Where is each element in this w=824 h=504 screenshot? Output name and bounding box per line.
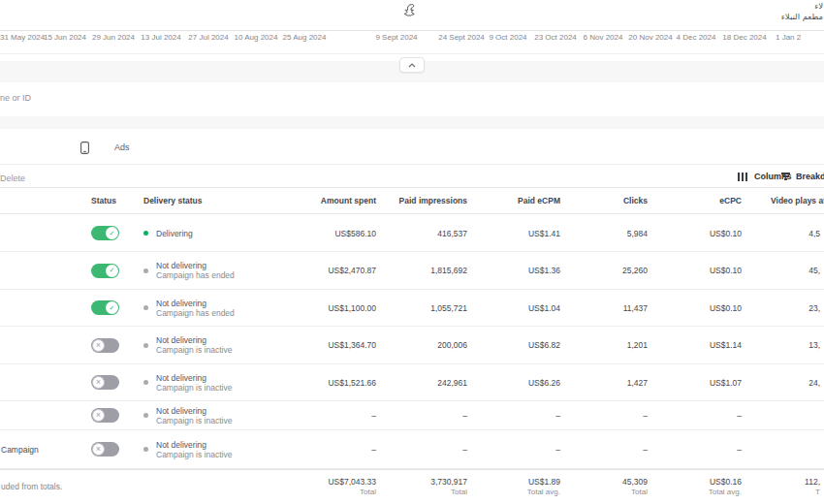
ecpc-value: US$0.10: [667, 290, 742, 326]
total-label: Total: [360, 488, 376, 496]
delivery-status-text: Not delivering: [156, 440, 206, 450]
axis-date: 15 Jun 2024: [44, 33, 86, 42]
campaign-status-toggle[interactable]: [91, 442, 119, 457]
column-header-video-plays[interactable]: Video plays at 5: [771, 188, 824, 213]
axis-date: 25 Aug 2024: [283, 33, 327, 42]
delivery-status-subtext: Campaign has ended: [156, 270, 235, 280]
total-label: Total: [631, 488, 648, 496]
clicks-value: 11,437: [570, 290, 648, 326]
axis-date: 23 Oct 2024: [534, 33, 577, 42]
toggle-knob-check-icon: [106, 301, 118, 314]
paid-ecpm-value: –: [481, 401, 560, 429]
clicks-value: 5,984: [570, 215, 648, 251]
totals-footnote: uded from totals.: [1, 482, 62, 491]
table-row: Not deliveringCampaign is inactive US$1,…: [0, 364, 824, 401]
column-header-ecpc[interactable]: eCPC: [667, 188, 742, 213]
delivery-status-dot: [143, 447, 148, 452]
paid-impressions-value: 200,006: [386, 327, 467, 363]
ecpc-value: US$1.14: [667, 327, 742, 363]
search-input[interactable]: ne or ID: [0, 93, 31, 103]
ecpc-value: –: [667, 401, 742, 429]
collapse-chart-button[interactable]: [399, 57, 425, 73]
amount-spent-value: US$1,364.70: [291, 327, 376, 363]
total-video-plays: 112,: [805, 478, 820, 487]
column-header-amount[interactable]: Amount spent: [291, 188, 376, 213]
paid-ecpm-value: US$1.36: [481, 252, 560, 289]
axis-date: 9 Sept 2024: [375, 33, 417, 42]
delivery-status-dot: [143, 413, 148, 418]
paid-impressions-value: 416,537: [386, 215, 467, 251]
campaign-status-toggle[interactable]: [91, 300, 119, 315]
delivery-status-subtext: Campaign is inactive: [156, 383, 232, 393]
campaign-status-toggle[interactable]: [91, 264, 119, 278]
chart-axis-line: [0, 30, 824, 31]
table-row: Campaign Not deliveringCampaign is inact…: [0, 430, 824, 469]
column-header-clicks[interactable]: Clicks: [570, 188, 648, 213]
paid-ecpm-value: –: [481, 430, 560, 468]
table-row: Delivering US$586.10 416,537 US$1.41 5,9…: [0, 215, 824, 252]
axis-date: 27 Jul 2024: [188, 33, 228, 42]
column-header-delivery[interactable]: Delivery status: [143, 188, 289, 213]
total-label: Total avg.: [709, 488, 742, 496]
total-label: Total avg.: [527, 488, 560, 496]
ecpc-value: US$1.07: [667, 364, 742, 400]
video-plays-value: 24,: [766, 364, 820, 400]
amount-spent-value: –: [291, 401, 376, 429]
breakdown-button[interactable]: Breakdown: [781, 172, 824, 181]
filter-band: [0, 116, 824, 129]
campaign-status-toggle[interactable]: [91, 408, 119, 423]
toggle-knob-cross-icon: [92, 376, 105, 389]
toggle-knob-cross-icon: [92, 443, 105, 456]
paid-impressions-value: 1,815,692: [386, 252, 467, 289]
toggle-knob-check-icon: [106, 265, 118, 277]
paid-ecpm-value: US$6.82: [481, 327, 560, 363]
table-row: Not deliveringCampaign is inactive – – –…: [0, 401, 824, 430]
filter-lines-icon: [781, 173, 790, 180]
columns-bars-icon: [738, 173, 747, 181]
delivery-status-subtext: Campaign is inactive: [156, 345, 232, 355]
delivery-status-subtext: Campaign is inactive: [156, 416, 232, 425]
paid-ecpm-value: US$6.26: [481, 364, 560, 400]
delivery-status-text: Not delivering: [156, 335, 206, 345]
account-name-line1: لاء: [781, 1, 823, 12]
delivery-status-text: Not delivering: [156, 261, 206, 270]
delivery-status-dot: [143, 268, 148, 273]
clicks-value: –: [570, 401, 648, 429]
delete-button[interactable]: Delete: [0, 173, 25, 183]
video-plays-value: [766, 401, 820, 429]
ecpc-value: US$0.10: [667, 215, 742, 251]
amount-spent-value: US$1,100.00: [291, 290, 376, 326]
column-header-impressions[interactable]: Paid impressions: [386, 188, 467, 213]
campaign-status-toggle[interactable]: [91, 375, 119, 390]
ads-manager-page: لاء مطعم النبلاء 31 May 2024 15 Jun 2024…: [0, 0, 824, 504]
total-label: T: [815, 488, 820, 496]
delivery-status-text: Not delivering: [156, 406, 206, 416]
axis-date: 6 Nov 2024: [584, 33, 623, 42]
account-name-line2: مطعم النبلاء: [781, 12, 823, 22]
axis-date: 1 Jan 2: [776, 33, 801, 42]
axis-date: 29 Jun 2024: [92, 33, 135, 42]
paid-ecpm-value: US$1.04: [481, 290, 560, 326]
axis-date: 20 Nov 2024: [628, 33, 672, 42]
axis-date: 13 Jul 2024: [141, 33, 180, 42]
column-header-status[interactable]: Status: [91, 188, 130, 213]
axis-date: 10 Aug 2024: [235, 33, 278, 42]
ecpc-value: –: [667, 430, 742, 468]
campaign-name-link[interactable]: Campaign: [1, 430, 79, 468]
table-row: Not deliveringCampaign has ended US$2,47…: [0, 252, 824, 290]
delivery-status-subtext: Campaign has ended: [156, 308, 235, 318]
tab-ads[interactable]: Ads: [80, 140, 130, 155]
paid-impressions-value: 1,055,721: [386, 290, 467, 326]
table-row: Not deliveringCampaign has ended US$1,10…: [0, 290, 824, 327]
section-divider: [0, 53, 824, 54]
column-header-ecpm[interactable]: Paid eCPM: [481, 188, 560, 213]
paid-impressions-value: 242,961: [386, 364, 467, 400]
video-plays-value: 23,: [766, 290, 820, 326]
paid-impressions-value: –: [386, 401, 467, 429]
total-clicks: 45,309: [622, 478, 648, 487]
campaign-status-toggle[interactable]: [91, 338, 119, 353]
campaign-status-toggle[interactable]: [91, 226, 119, 240]
totals-row: US$7,043.33Total 3,730,917Total US$1.89T…: [0, 469, 824, 504]
breakdown-button-label: Breakdown: [796, 172, 824, 181]
account-name: لاء مطعم النبلاء: [781, 1, 823, 22]
